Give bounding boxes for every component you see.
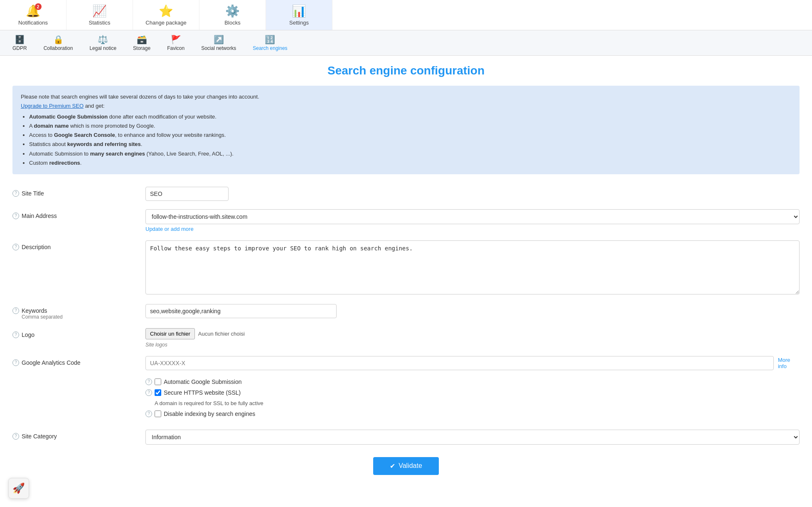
keywords-row: ? Keywords Comma separated [12,304,800,320]
info-bullet-2: A domain name which is more promoted by … [29,121,791,131]
main-address-label: Main Address [22,213,57,219]
info-note: Please note that search engines will tak… [21,92,791,101]
site-logos-display: Site logos [145,341,800,348]
storage-label: Storage [133,45,150,51]
search-engines-icon: 🔢 [265,35,275,45]
no-file-text: Aucun fichier choisi [198,331,245,337]
keywords-sublabel: Comma separated [22,314,63,320]
description-textarea[interactable]: Follow these easy steps to improve your … [145,240,800,294]
automatic-google-row: ? Automatic Google Submission [145,378,242,385]
nav-change-package[interactable]: ⭐ Change package [133,0,199,30]
description-row: ? Description Follow these easy steps to… [12,240,800,296]
legal-notice-icon: ⚖️ [98,35,108,45]
validate-checkmark-icon: ✔ [390,462,395,470]
site-title-input[interactable] [145,187,229,201]
choose-file-button[interactable]: Choisir un fichier [145,328,195,339]
description-help-icon[interactable]: ? [12,244,19,250]
notifications-badge: 2 [35,3,42,10]
google-analytics-help-icon[interactable]: ? [12,359,19,366]
nav-statistics[interactable]: 📈 Statistics [66,0,133,30]
favicon-icon: 🚩 [171,35,181,45]
nav-blocks[interactable]: ⚙️ Blocks [199,0,266,30]
blocks-label: Blocks [224,20,240,26]
site-category-row: ? Site Category Information Business Tec… [12,430,800,445]
settings-label: Settings [289,20,309,26]
storage-icon: 🗃️ [137,35,147,45]
main-address-label-col: ? Main Address [12,209,145,219]
disable-indexing-label: Disable indexing by search engines [164,411,255,417]
secure-https-checkbox[interactable] [155,389,161,396]
second-navigation: 🗄️ GDPR 🔒 Collaboration ⚖️ Legal notice … [0,30,812,56]
site-title-label: Site Title [22,190,44,197]
nav-legal-notice[interactable]: ⚖️ Legal notice [81,30,125,55]
site-category-label-col: ? Site Category [12,430,145,440]
gdpr-icon: 🗄️ [15,35,25,45]
nav-collaboration[interactable]: 🔒 Collaboration [35,30,81,55]
logo-field-col: Choisir un fichier Aucun fichier choisi … [145,328,800,348]
keywords-field-col [145,304,800,318]
keywords-input[interactable] [145,304,337,318]
disable-indexing-row: ? Disable indexing by search engines [145,411,255,417]
automatic-google-checkbox[interactable] [155,378,161,385]
logo-help-icon[interactable]: ? [12,331,19,338]
main-address-help-icon[interactable]: ? [12,213,19,219]
statistics-icon: 📈 [92,4,107,18]
nav-search-engines[interactable]: 🔢 Search engines [244,30,295,55]
google-analytics-field-col: More info [145,356,800,370]
info-box: Please note that search engines will tak… [12,86,800,174]
upgrade-link[interactable]: Upgrade to Premium SEO [21,103,84,109]
search-engines-label: Search engines [253,45,287,51]
site-category-select[interactable]: Information Business Technology Entertai… [145,430,800,445]
logo-label-col: ? Logo [12,328,145,338]
logo-row: ? Logo Choisir un fichier Aucun fichier … [12,328,800,348]
info-bullet-6: Custom redirections. [29,158,791,168]
site-category-help-icon[interactable]: ? [12,433,19,440]
statistics-label: Statistics [89,20,110,26]
site-title-field-col [145,187,800,201]
social-networks-label: Social networks [201,45,236,51]
automatic-google-label: Automatic Google Submission [164,378,242,385]
info-bullet-3: Access to Google Search Console, to enha… [29,131,791,140]
nav-storage[interactable]: 🗃️ Storage [125,30,159,55]
change-package-icon: ⭐ [159,4,173,18]
validate-section: ✔ Validate [12,457,800,492]
secure-https-row: ? Secure HTTPS website (SSL) [145,389,241,396]
nav-gdpr[interactable]: 🗄️ GDPR [4,30,35,55]
page-content: Search engine configuration Please note … [0,56,812,500]
automatic-google-help-icon[interactable]: ? [145,378,152,385]
disable-indexing-help-icon[interactable]: ? [145,411,152,417]
blocks-icon: ⚙️ [225,4,240,18]
site-title-help-icon[interactable]: ? [12,190,19,197]
nav-favicon[interactable]: 🚩 Favicon [159,30,193,55]
nav-notifications[interactable]: 🔔 2 Notifications [0,0,66,30]
gdpr-label: GDPR [12,45,27,51]
page-title: Search engine configuration [12,64,800,77]
validate-label: Validate [399,462,422,470]
keywords-label-text: Keywords [22,307,63,314]
settings-icon: 📊 [292,4,306,18]
site-category-label: Site Category [22,433,57,440]
google-analytics-input[interactable] [145,356,774,370]
main-address-row: ? Main Address follow-the-instructions-w… [12,209,800,232]
notifications-label: Notifications [18,20,48,26]
top-navigation: 🔔 2 Notifications 📈 Statistics ⭐ Change … [0,0,812,30]
nav-settings[interactable]: 📊 Settings [266,0,332,30]
info-bullet-1: Automatic Google Submission done after e… [29,112,791,121]
info-bullet-5: Automatic Submission to many search engi… [29,149,791,158]
description-label-col: ? Description [12,240,145,250]
site-title-label-col: ? Site Title [12,187,145,197]
keywords-help-icon[interactable]: ? [12,307,19,314]
validate-button[interactable]: ✔ Validate [373,457,439,475]
info-bullets: Automatic Google Submission done after e… [29,112,791,168]
update-address-link[interactable]: Update or add more [145,226,194,232]
nav-social-networks[interactable]: ↗️ Social networks [193,30,244,55]
ssl-note: A domain is required for SSL to be fully… [155,400,263,406]
secure-https-help-icon[interactable]: ? [145,389,152,396]
logo-upload-row: Choisir un fichier Aucun fichier choisi [145,328,800,339]
info-bullet-4: Statistics about keywords and referring … [29,140,791,149]
rocket-badge[interactable]: 🚀 [8,478,29,499]
main-address-select[interactable]: follow-the-instructions-with.sitew.com [145,209,800,224]
more-info-link[interactable]: More info [778,357,800,369]
secure-https-label: Secure HTTPS website (SSL) [164,389,241,396]
disable-indexing-checkbox[interactable] [155,411,161,417]
